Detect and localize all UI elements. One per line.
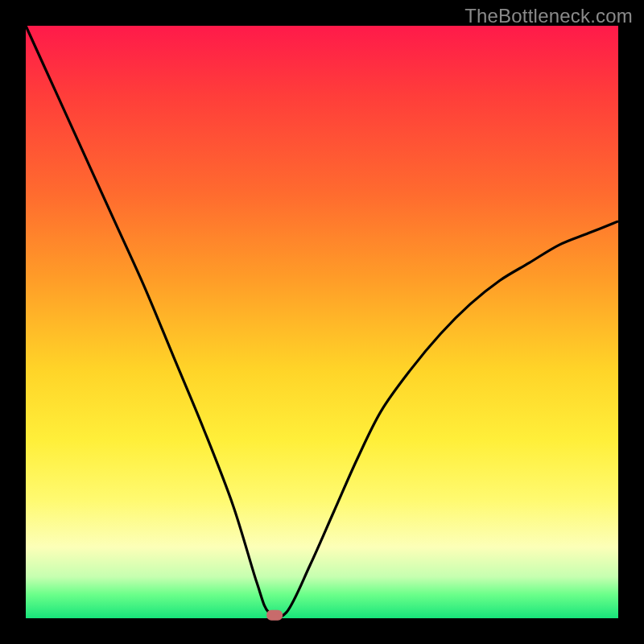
chart-frame: TheBottleneck.com	[0, 0, 644, 644]
curve-line	[26, 26, 618, 617]
watermark-text: TheBottleneck.com	[464, 5, 633, 27]
bottleneck-curve	[26, 26, 618, 618]
optimal-point-marker	[266, 610, 283, 621]
